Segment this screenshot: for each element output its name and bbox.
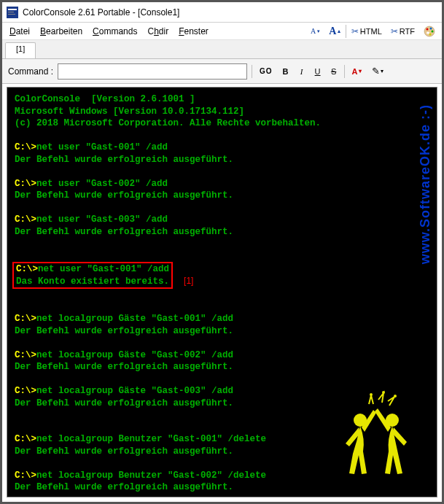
svg-point-5 — [427, 28, 429, 30]
svg-rect-3 — [8, 14, 15, 15]
command-text: net localgroup Gäste "Gast-003" /add — [36, 386, 233, 396]
palette-button[interactable] — [420, 24, 439, 39]
command-text: net user "Gast-001" /add — [38, 264, 169, 274]
command-label: Command : — [8, 66, 53, 77]
prompt: C:\> — [15, 350, 36, 360]
svg-rect-2 — [8, 12, 14, 12]
svg-point-6 — [430, 27, 432, 29]
callout-marker: [1] — [184, 276, 193, 286]
strike-button[interactable]: S — [328, 66, 340, 77]
underline-button[interactable]: U — [312, 66, 324, 77]
italic-button[interactable]: I — [296, 66, 308, 77]
command-text: net localgroup Benutzer "Gast-002" /dele… — [36, 470, 266, 481]
title-bar: ColorConsole 2.61 Portable - [Console1] — [2, 2, 442, 23]
export-rtf-button[interactable]: ✂RTF — [387, 25, 418, 38]
output-text: Der Befehl wurde erfolgreich ausgeführt. — [15, 190, 233, 201]
app-icon — [7, 7, 18, 18]
prompt: C:\> — [15, 179, 36, 189]
console-output[interactable]: ColorConsole [Version 2.6.1001 ] Microso… — [7, 87, 437, 497]
tab-1[interactable]: [1] — [5, 42, 36, 58]
window-title: ColorConsole 2.61 Portable - [Console1] — [23, 7, 179, 18]
palette-icon — [424, 26, 435, 37]
svg-point-9 — [427, 31, 429, 34]
menu-fenster[interactable]: Fenster — [174, 25, 213, 38]
prompt: C:\> — [15, 386, 36, 396]
svg-point-7 — [432, 30, 434, 32]
highlight-color-button[interactable]: ✎▾ — [369, 64, 386, 78]
output-text: Der Befehl wurde erfolgreich ausgeführt. — [15, 362, 233, 372]
menu-bearbeiten[interactable]: Bearbeiten — [36, 25, 87, 38]
output-text: Das Konto existiert bereits. — [16, 276, 169, 287]
menu-bar: Datei Bearbeiten Commands Chdir Fenster … — [2, 23, 442, 40]
command-text: net localgroup Benutzer "Gast-001" /dele… — [36, 434, 266, 444]
font-color-button[interactable]: A▾ — [349, 66, 365, 77]
bold-button[interactable]: B — [280, 66, 292, 77]
command-toolbar: Command : GO B I U S A▾ ✎▾ — [2, 59, 442, 84]
output-text: Der Befehl wurde erfolgreich ausgeführt. — [15, 446, 233, 457]
menu-commands[interactable]: Commands — [88, 25, 141, 38]
console-line: Microsoft Windows [Version 10.0.17134.11… — [15, 106, 244, 117]
output-text: Der Befehl wurde erfolgreich ausgeführt. — [15, 227, 233, 237]
prompt: C:\> — [15, 470, 36, 481]
font-small-button[interactable]: A▾ — [307, 26, 324, 36]
tab-strip: [1] — [2, 40, 442, 59]
output-text: Der Befehl wurde erfolgreich ausgeführt. — [15, 155, 233, 165]
prompt: C:\> — [16, 264, 38, 274]
menu-datei[interactable]: Datei — [5, 25, 34, 38]
command-text: net user "Gast-002" /add — [36, 179, 168, 189]
output-text: Der Befehl wurde erfolgreich ausgeführt. — [15, 326, 233, 336]
output-text: Der Befehl wurde erfolgreich ausgeführt. — [15, 398, 233, 408]
menu-chdir[interactable]: Chdir — [143, 25, 173, 38]
prompt: C:\> — [15, 142, 36, 152]
command-text: net user "Gast-001" /add — [36, 142, 168, 152]
command-input[interactable] — [58, 63, 247, 80]
separator — [346, 25, 346, 38]
separator — [252, 65, 252, 78]
go-button[interactable]: GO — [257, 66, 276, 77]
svg-rect-1 — [8, 9, 17, 10]
separator — [344, 65, 345, 78]
font-large-button[interactable]: A▴ — [325, 24, 344, 39]
console-line: (c) 2018 Microsoft Corporation. Alle Rec… — [15, 118, 321, 128]
console-line: ColorConsole [Version 2.6.1001 ] — [15, 94, 195, 104]
svg-point-8 — [429, 33, 432, 35]
prompt: C:\> — [15, 314, 36, 324]
prompt: C:\> — [15, 434, 36, 444]
command-text: net user "Gast-003" /add — [36, 214, 168, 225]
export-html-button[interactable]: ✂HTML — [348, 25, 386, 38]
command-text: net localgroup Gäste "Gast-002" /add — [36, 350, 233, 360]
output-text: Der Befehl wurde erfolgreich ausgeführt. — [15, 482, 233, 492]
prompt: C:\> — [15, 214, 36, 225]
command-text: net localgroup Gäste "Gast-001" /add — [36, 314, 233, 324]
highlight-box: C:\>net user "Gast-001" /add Das Konto e… — [12, 262, 173, 289]
